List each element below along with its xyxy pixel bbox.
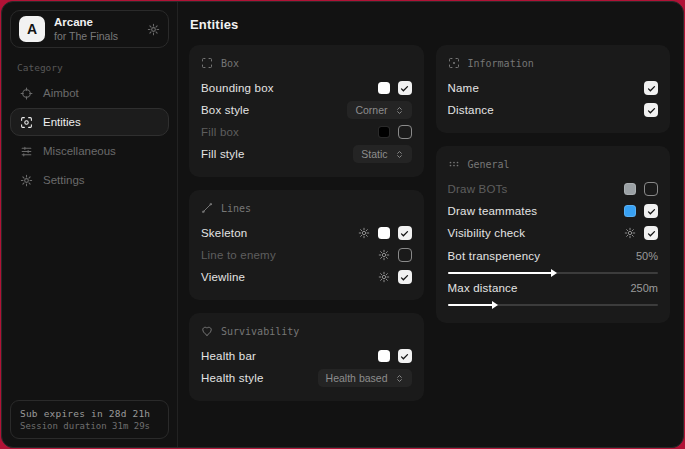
sidebar-item-label: Miscellaneous bbox=[43, 145, 116, 157]
dropdown-value: Health based bbox=[326, 372, 388, 384]
setting-row: Health style Health based bbox=[201, 367, 412, 389]
card-header-label: Lines bbox=[221, 203, 251, 214]
color-swatch[interactable] bbox=[378, 126, 390, 138]
setting-row: Bounding box bbox=[201, 77, 412, 99]
checkbox-checked[interactable] bbox=[398, 349, 412, 363]
slider-knob[interactable] bbox=[551, 269, 557, 277]
scan-eye-icon bbox=[448, 57, 460, 69]
crosshair-icon bbox=[20, 87, 33, 100]
sidebar-item-aimbot[interactable]: Aimbot bbox=[10, 79, 169, 107]
grid-icon bbox=[448, 158, 460, 170]
setting-label: Health bar bbox=[201, 350, 256, 362]
app-title: Arcane bbox=[54, 16, 118, 29]
color-swatch[interactable] bbox=[378, 350, 390, 362]
slider-fill bbox=[448, 304, 494, 306]
checkbox-unchecked[interactable] bbox=[398, 125, 412, 139]
chevrons-up-down-icon bbox=[395, 374, 404, 383]
slider-fill bbox=[448, 272, 553, 274]
color-swatch[interactable] bbox=[378, 82, 390, 94]
slider-value: 50% bbox=[636, 250, 658, 262]
setting-row: Viewline bbox=[201, 266, 412, 288]
setting-label: Fill box bbox=[201, 126, 239, 138]
setting-row: Distance bbox=[448, 99, 659, 121]
sidebar-item-entities[interactable]: Entities bbox=[10, 108, 169, 136]
row-settings-gear-icon[interactable] bbox=[378, 249, 390, 261]
setting-label: Distance bbox=[448, 104, 494, 116]
gear-icon bbox=[20, 174, 33, 187]
setting-label: Visibility check bbox=[448, 227, 526, 239]
survivability-card: Survivability Health bar Health style bbox=[189, 313, 424, 401]
header-gear-icon[interactable] bbox=[147, 23, 160, 36]
setting-label: Name bbox=[448, 82, 479, 94]
card-header-label: Survivability bbox=[221, 326, 299, 337]
heart-icon bbox=[201, 325, 213, 337]
right-column: Information Name Distance bbox=[436, 45, 671, 323]
sliders-icon bbox=[20, 145, 33, 158]
chevrons-up-down-icon bbox=[395, 150, 404, 159]
dropdown-value: Static bbox=[361, 148, 387, 160]
checkbox-unchecked[interactable] bbox=[644, 182, 658, 196]
brand-text: Arcane for The Finals bbox=[54, 16, 118, 41]
setting-row: Name bbox=[448, 77, 659, 99]
app-subtitle: for The Finals bbox=[54, 30, 118, 42]
checkbox-checked[interactable] bbox=[398, 81, 412, 95]
checkbox-checked[interactable] bbox=[644, 103, 658, 117]
sidebar-nav: Aimbot Entities Miscellaneous Settings bbox=[10, 79, 169, 194]
subscription-info: Sub expires in 28d 21h Session duration … bbox=[10, 400, 169, 439]
color-swatch[interactable] bbox=[624, 183, 636, 195]
checkbox-unchecked[interactable] bbox=[398, 248, 412, 262]
color-swatch[interactable] bbox=[378, 227, 390, 239]
row-settings-gear-icon[interactable] bbox=[358, 227, 370, 239]
backdrop: A Arcane for The Finals Category Aimbot bbox=[0, 0, 685, 449]
setting-row: Health bar bbox=[201, 345, 412, 367]
setting-row: Draw teammates bbox=[448, 200, 659, 222]
setting-row: Fill style Static bbox=[201, 143, 412, 165]
setting-label: Draw teammates bbox=[448, 205, 538, 217]
setting-row: Draw BOTs bbox=[448, 178, 659, 200]
brand-card: A Arcane for The Finals bbox=[10, 10, 169, 48]
slider-block: Bot transpenency 50% bbox=[448, 247, 659, 274]
checkbox-checked[interactable] bbox=[398, 270, 412, 284]
left-column: Box Bounding box Box style Corne bbox=[189, 45, 424, 401]
color-swatch[interactable] bbox=[624, 205, 636, 217]
checkbox-checked[interactable] bbox=[644, 204, 658, 218]
slider-label: Max distance bbox=[448, 282, 518, 294]
main-panel: Entities Box Bounding box bbox=[178, 2, 683, 447]
sidebar: A Arcane for The Finals Category Aimbot bbox=[2, 2, 178, 447]
scan-icon bbox=[20, 116, 33, 129]
fill-style-dropdown[interactable]: Static bbox=[353, 145, 411, 163]
row-settings-gear-icon[interactable] bbox=[624, 227, 636, 239]
setting-row: Fill box bbox=[201, 121, 412, 143]
sidebar-item-miscellaneous[interactable]: Miscellaneous bbox=[10, 137, 169, 165]
sidebar-item-label: Aimbot bbox=[43, 87, 79, 99]
setting-label: Box style bbox=[201, 104, 249, 116]
card-header-label: Information bbox=[468, 58, 534, 69]
health-style-dropdown[interactable]: Health based bbox=[318, 369, 412, 387]
setting-row: Visibility check bbox=[448, 222, 659, 244]
app-window: A Arcane for The Finals Category Aimbot bbox=[1, 1, 684, 448]
sidebar-item-label: Entities bbox=[43, 116, 81, 128]
slider-value: 250m bbox=[630, 282, 658, 294]
setting-row: Box style Corner bbox=[201, 99, 412, 121]
chevrons-up-down-icon bbox=[395, 106, 404, 115]
checkbox-checked[interactable] bbox=[644, 81, 658, 95]
setting-label: Skeleton bbox=[201, 227, 247, 239]
box-card: Box Bounding box Box style Corne bbox=[189, 45, 424, 177]
card-header-label: Box bbox=[221, 58, 239, 69]
box-style-dropdown[interactable]: Corner bbox=[347, 101, 411, 119]
sidebar-item-settings[interactable]: Settings bbox=[10, 166, 169, 194]
bot-transparency-slider[interactable] bbox=[448, 272, 659, 274]
setting-row: Line to enemy bbox=[201, 244, 412, 266]
checkbox-checked[interactable] bbox=[644, 226, 658, 240]
setting-label: Health style bbox=[201, 372, 263, 384]
setting-label: Viewline bbox=[201, 271, 245, 283]
information-card: Information Name Distance bbox=[436, 45, 671, 133]
setting-label: Line to enemy bbox=[201, 249, 276, 261]
session-duration-text: Session duration 31m 29s bbox=[20, 421, 159, 431]
slider-knob[interactable] bbox=[492, 301, 498, 309]
row-settings-gear-icon[interactable] bbox=[378, 271, 390, 283]
dropdown-value: Corner bbox=[355, 104, 387, 116]
slider-block: Max distance 250m bbox=[448, 279, 659, 306]
checkbox-checked[interactable] bbox=[398, 226, 412, 240]
max-distance-slider[interactable] bbox=[448, 304, 659, 306]
